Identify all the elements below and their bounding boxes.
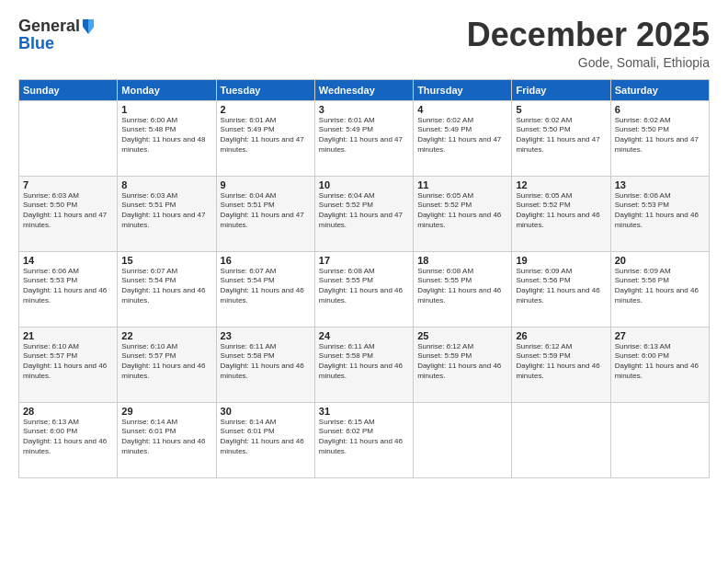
logo: General Blue xyxy=(18,17,96,53)
day-number: 4 xyxy=(417,104,507,115)
logo-text: General xyxy=(18,17,96,36)
calendar-cell: 26Sunrise: 6:12 AMSunset: 5:59 PMDayligh… xyxy=(512,327,610,402)
day-number: 12 xyxy=(516,179,606,190)
calendar-cell xyxy=(19,100,118,176)
day-info: Sunrise: 6:13 AMSunset: 6:00 PMDaylight:… xyxy=(615,342,705,382)
day-info: Sunrise: 6:12 AMSunset: 5:59 PMDaylight:… xyxy=(417,342,507,382)
day-number: 30 xyxy=(221,406,311,417)
day-number: 10 xyxy=(319,179,409,190)
day-number: 2 xyxy=(221,104,311,115)
day-info: Sunrise: 6:09 AMSunset: 5:56 PMDaylight:… xyxy=(516,267,606,306)
day-number: 20 xyxy=(615,255,705,266)
calendar-cell: 3Sunrise: 6:01 AMSunset: 5:49 PMDaylight… xyxy=(314,100,413,176)
day-info: Sunrise: 6:08 AMSunset: 5:55 PMDaylight:… xyxy=(417,267,507,306)
calendar-cell: 17Sunrise: 6:08 AMSunset: 5:55 PMDayligh… xyxy=(314,251,413,327)
day-number: 5 xyxy=(516,104,606,115)
day-number: 3 xyxy=(319,104,409,115)
col-wednesday: Wednesday xyxy=(314,79,413,100)
day-info: Sunrise: 6:12 AMSunset: 5:59 PMDaylight:… xyxy=(516,342,606,382)
month-title: December 2025 xyxy=(467,17,710,53)
calendar-week-4: 21Sunrise: 6:10 AMSunset: 5:57 PMDayligh… xyxy=(19,327,710,402)
calendar-cell xyxy=(610,402,709,477)
logo-general: General xyxy=(18,17,80,36)
day-number: 21 xyxy=(23,330,113,341)
title-block: December 2025 Gode, Somali, Ethiopia xyxy=(467,17,710,70)
calendar-cell: 14Sunrise: 6:06 AMSunset: 5:53 PMDayligh… xyxy=(19,251,118,327)
day-number: 11 xyxy=(417,179,507,190)
day-number: 8 xyxy=(121,179,211,190)
day-info: Sunrise: 6:09 AMSunset: 5:56 PMDaylight:… xyxy=(615,267,705,306)
calendar-cell: 18Sunrise: 6:08 AMSunset: 5:55 PMDayligh… xyxy=(414,251,512,327)
day-number: 23 xyxy=(221,330,311,341)
calendar-cell: 9Sunrise: 6:04 AMSunset: 5:51 PMDaylight… xyxy=(216,176,314,251)
col-friday: Friday xyxy=(512,79,610,100)
calendar-cell: 21Sunrise: 6:10 AMSunset: 5:57 PMDayligh… xyxy=(19,327,118,402)
col-tuesday: Tuesday xyxy=(216,79,314,100)
day-info: Sunrise: 6:10 AMSunset: 5:57 PMDaylight:… xyxy=(121,342,211,382)
day-number: 26 xyxy=(516,330,606,341)
logo-blue-text: Blue xyxy=(18,34,54,52)
calendar-week-5: 28Sunrise: 6:13 AMSunset: 6:00 PMDayligh… xyxy=(19,402,710,477)
day-number: 16 xyxy=(221,255,311,266)
day-number: 22 xyxy=(121,330,211,341)
calendar-cell: 6Sunrise: 6:02 AMSunset: 5:50 PMDaylight… xyxy=(610,100,709,176)
svg-marker-1 xyxy=(88,19,94,34)
day-info: Sunrise: 6:05 AMSunset: 5:52 PMDaylight:… xyxy=(516,191,606,231)
day-info: Sunrise: 6:06 AMSunset: 5:53 PMDaylight:… xyxy=(615,191,705,231)
day-number: 1 xyxy=(121,104,211,115)
calendar-cell: 16Sunrise: 6:07 AMSunset: 5:54 PMDayligh… xyxy=(216,251,314,327)
calendar-cell: 27Sunrise: 6:13 AMSunset: 6:00 PMDayligh… xyxy=(610,327,709,402)
calendar-week-3: 14Sunrise: 6:06 AMSunset: 5:53 PMDayligh… xyxy=(19,251,710,327)
calendar-cell: 24Sunrise: 6:11 AMSunset: 5:58 PMDayligh… xyxy=(314,327,413,402)
calendar-cell: 30Sunrise: 6:14 AMSunset: 6:01 PMDayligh… xyxy=(216,402,314,477)
day-info: Sunrise: 6:01 AMSunset: 5:49 PMDaylight:… xyxy=(221,116,311,155)
calendar-cell: 19Sunrise: 6:09 AMSunset: 5:56 PMDayligh… xyxy=(512,251,610,327)
calendar-cell: 23Sunrise: 6:11 AMSunset: 5:58 PMDayligh… xyxy=(216,327,314,402)
day-info: Sunrise: 6:11 AMSunset: 5:58 PMDaylight:… xyxy=(319,342,409,382)
calendar-cell xyxy=(414,402,512,477)
day-info: Sunrise: 6:08 AMSunset: 5:55 PMDaylight:… xyxy=(319,267,409,306)
day-number: 24 xyxy=(319,330,409,341)
calendar-week-2: 7Sunrise: 6:03 AMSunset: 5:50 PMDaylight… xyxy=(19,176,710,251)
calendar-cell: 5Sunrise: 6:02 AMSunset: 5:50 PMDaylight… xyxy=(512,100,610,176)
day-number: 13 xyxy=(615,179,705,190)
calendar-cell: 15Sunrise: 6:07 AMSunset: 5:54 PMDayligh… xyxy=(118,251,216,327)
day-info: Sunrise: 6:07 AMSunset: 5:54 PMDaylight:… xyxy=(221,267,311,306)
header-row: Sunday Monday Tuesday Wednesday Thursday… xyxy=(19,79,710,100)
day-number: 9 xyxy=(221,179,311,190)
calendar-cell: 4Sunrise: 6:02 AMSunset: 5:49 PMDaylight… xyxy=(414,100,512,176)
day-info: Sunrise: 6:11 AMSunset: 5:58 PMDaylight:… xyxy=(221,342,311,382)
day-number: 27 xyxy=(615,330,705,341)
calendar-cell: 11Sunrise: 6:05 AMSunset: 5:52 PMDayligh… xyxy=(414,176,512,251)
day-info: Sunrise: 6:15 AMSunset: 6:02 PMDaylight:… xyxy=(319,418,409,457)
location-subtitle: Gode, Somali, Ethiopia xyxy=(467,55,710,70)
day-number: 19 xyxy=(516,255,606,266)
day-info: Sunrise: 6:02 AMSunset: 5:50 PMDaylight:… xyxy=(615,116,705,155)
day-info: Sunrise: 6:03 AMSunset: 5:50 PMDaylight:… xyxy=(23,191,113,231)
calendar-cell: 2Sunrise: 6:01 AMSunset: 5:49 PMDaylight… xyxy=(216,100,314,176)
day-info: Sunrise: 6:04 AMSunset: 5:52 PMDaylight:… xyxy=(319,191,409,231)
calendar-table: Sunday Monday Tuesday Wednesday Thursday… xyxy=(18,79,710,478)
day-info: Sunrise: 6:04 AMSunset: 5:51 PMDaylight:… xyxy=(221,191,311,231)
calendar-cell: 1Sunrise: 6:00 AMSunset: 5:48 PMDaylight… xyxy=(118,100,216,176)
day-info: Sunrise: 6:02 AMSunset: 5:49 PMDaylight:… xyxy=(417,116,507,155)
calendar-cell: 22Sunrise: 6:10 AMSunset: 5:57 PMDayligh… xyxy=(118,327,216,402)
day-number: 15 xyxy=(121,255,211,266)
calendar-page: General Blue December 2025 Gode, Somali,… xyxy=(0,0,728,563)
day-number: 28 xyxy=(23,406,113,417)
day-number: 6 xyxy=(615,104,705,115)
day-info: Sunrise: 6:06 AMSunset: 5:53 PMDaylight:… xyxy=(23,267,113,306)
calendar-cell xyxy=(512,402,610,477)
day-number: 17 xyxy=(319,255,409,266)
day-number: 18 xyxy=(417,255,507,266)
day-info: Sunrise: 6:13 AMSunset: 6:00 PMDaylight:… xyxy=(23,418,113,457)
calendar-cell: 13Sunrise: 6:06 AMSunset: 5:53 PMDayligh… xyxy=(610,176,709,251)
day-number: 7 xyxy=(23,179,113,190)
day-info: Sunrise: 6:03 AMSunset: 5:51 PMDaylight:… xyxy=(121,191,211,231)
col-monday: Monday xyxy=(118,79,216,100)
calendar-cell: 7Sunrise: 6:03 AMSunset: 5:50 PMDaylight… xyxy=(19,176,118,251)
day-info: Sunrise: 6:10 AMSunset: 5:57 PMDaylight:… xyxy=(23,342,113,382)
logo-icon xyxy=(81,17,96,36)
calendar-cell: 12Sunrise: 6:05 AMSunset: 5:52 PMDayligh… xyxy=(512,176,610,251)
day-info: Sunrise: 6:01 AMSunset: 5:49 PMDaylight:… xyxy=(319,116,409,155)
